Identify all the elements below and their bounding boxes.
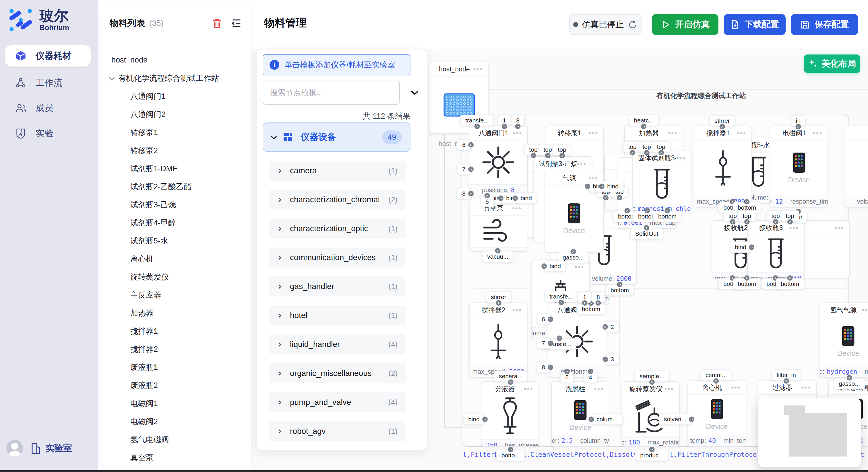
port-chip-6[interactable]: 6> (536, 313, 550, 325)
node-menu-icon[interactable]: ••• (801, 386, 811, 389)
tree-item[interactable]: 电磁阀2 (100, 412, 251, 430)
port-handle-icon[interactable]: > (570, 249, 576, 255)
collapse-list-icon[interactable] (230, 17, 243, 29)
search-input[interactable] (262, 80, 400, 105)
port-chip-8[interactable]: 8> (536, 362, 550, 373)
template-group-communication_devices[interactable]: communication_devices(1) (269, 247, 406, 268)
port-handle-icon[interactable]: > (629, 150, 635, 156)
port-handle-icon[interactable]: > (795, 124, 801, 129)
port-handle-icon[interactable]: > (582, 300, 588, 306)
node-menu-icon[interactable]: ••• (834, 226, 844, 229)
node-solenoid-2[interactable]: •••voltage:12 (844, 126, 868, 208)
port-handle-icon[interactable]: > (744, 275, 749, 281)
port-chip-stirrer[interactable]: stirrer> (486, 291, 512, 303)
port-handle-icon[interactable]: > (588, 417, 594, 422)
save-config-button[interactable]: 保存配置 (791, 14, 858, 35)
template-group-hotel[interactable]: hotel(1) (269, 305, 406, 326)
template-group-robot_agv[interactable]: robot_agv(1) (269, 421, 406, 441)
port-handle-icon[interactable]: > (644, 150, 649, 156)
port-handle-icon[interactable]: > (468, 191, 474, 196)
port-chip-bottom[interactable]: bottom> (577, 303, 606, 315)
port-handle-icon[interactable]: > (744, 199, 749, 204)
port-handle-icon[interactable]: > (602, 324, 608, 330)
tree-item[interactable]: 加热器 (100, 304, 251, 322)
port-handle-icon[interactable]: > (846, 375, 852, 380)
port-handle-icon[interactable]: > (498, 196, 503, 201)
port-handle-icon[interactable]: > (649, 379, 654, 385)
tree-item[interactable]: 废液瓶2 (100, 376, 251, 394)
port-handle-icon[interactable]: > (689, 417, 694, 422)
node-menu-icon[interactable]: ••• (513, 308, 522, 311)
port-chip-transfe[interactable]: transfe...> (460, 115, 494, 126)
port-chip-sample[interactable]: sample...> (634, 370, 669, 382)
node-menu-icon[interactable]: ••• (524, 387, 533, 390)
port-chip-8[interactable]: 8> (591, 291, 605, 303)
sidebar-item-instruments[interactable]: 仪器耗材 (5, 45, 91, 67)
port-handle-icon[interactable]: > (530, 153, 536, 158)
port-chip-stirrer[interactable]: stirrer> (709, 115, 735, 127)
port-chip-bottom[interactable]: bottom> (653, 211, 682, 222)
tree-item[interactable]: 旋转蒸发仪 (100, 268, 251, 286)
template-group-camera[interactable]: camera(1) (269, 161, 406, 181)
port-chip-bind[interactable]: bind> (515, 193, 537, 204)
port-chip-top[interactable]: top> (737, 210, 756, 222)
port-chip-filter_in[interactable]: filter_in> (771, 369, 801, 381)
node-menu-icon[interactable]: ••• (668, 132, 677, 134)
collapse-templates-icon[interactable] (410, 88, 420, 98)
port-handle-icon[interactable]: > (474, 124, 479, 129)
port-chip-bind[interactable]: bind> (602, 181, 624, 192)
tree-item[interactable]: 氢气电磁阀 (100, 430, 251, 448)
node-hydrogen-source[interactable]: 氢气气源•••Device_type:hydrogenmax_pre (819, 303, 868, 378)
simulation-status-pill[interactable]: 仿真已停止 (569, 14, 642, 35)
port-chip-bottom[interactable]: bottom> (776, 278, 804, 290)
port-handle-icon[interactable]: > (548, 316, 553, 322)
port-handle-icon[interactable]: > (749, 245, 754, 250)
port-handle-icon[interactable]: > (496, 300, 501, 306)
node-menu-icon[interactable]: ••• (676, 157, 686, 160)
node-menu-icon[interactable]: ••• (512, 207, 522, 210)
tree-item[interactable]: 电磁阀1 (100, 394, 251, 412)
tree-item[interactable]: 试剂瓶2-乙酸乙酯 (100, 177, 251, 196)
port-chip-gasso[interactable]: gasso...> (834, 378, 865, 390)
port-chip-separa[interactable]: separa...> (494, 370, 528, 382)
node-receive-bottle-3[interactable]: 接收瓶3•••max_volume:250 (747, 220, 805, 279)
tree-item-group[interactable]: 有机化学流程综合测试工作站 (100, 69, 251, 87)
port-handle-icon[interactable]: > (548, 341, 553, 346)
node-valve8-1[interactable]: 八通阀门1•••positions:8 (469, 126, 528, 196)
port-handle-icon[interactable]: > (664, 208, 670, 213)
sidebar-item-experiment[interactable]: 实验 (5, 123, 91, 144)
port-chip-colum[interactable]: colum...> (591, 413, 623, 425)
lab-link[interactable]: 实验室 (31, 442, 72, 454)
port-handle-icon[interactable]: > (617, 195, 622, 200)
tree-item[interactable]: 搅拌器1 (100, 322, 251, 340)
port-chip-bottom[interactable]: bottom> (606, 284, 634, 296)
port-handle-icon[interactable]: > (485, 193, 490, 198)
sidebar-item-workflow[interactable]: 工作流 (5, 72, 91, 94)
node-centrifuge[interactable]: 离心机•••Devicemax_temp:40min_temp:4 (687, 380, 746, 447)
node-menu-icon[interactable]: ••• (588, 177, 598, 179)
node-menu-icon[interactable]: ••• (664, 387, 674, 390)
avatar[interactable] (6, 440, 23, 457)
port-handle-icon[interactable]: > (658, 150, 663, 156)
port-handle-icon[interactable]: > (558, 300, 564, 305)
template-group-organic_miscellaneous[interactable]: organic_miscellaneous(2) (269, 363, 406, 383)
template-group-characterization_optic[interactable]: characterization_optic(1) (269, 218, 406, 239)
template-group-characterization_chromatic[interactable]: characterization_chromatic(2) (269, 190, 406, 210)
port-handle-icon[interactable]: > (644, 225, 649, 231)
port-chip-8[interactable]: 8> (511, 115, 525, 126)
port-handle-icon[interactable]: > (719, 124, 725, 129)
port-handle-icon[interactable]: > (502, 124, 507, 129)
node-menu-icon[interactable]: ••• (575, 266, 584, 268)
port-handle-icon[interactable]: > (744, 219, 749, 225)
port-chip-top[interactable]: top> (652, 141, 670, 153)
port-handle-icon[interactable]: > (468, 167, 474, 172)
port-chip-produc[interactable]: produc...> (635, 450, 669, 461)
port-chip-centrif[interactable]: centrif...> (701, 369, 732, 381)
port-chip-bind[interactable]: bind> (730, 241, 751, 253)
template-group-pump_and_valve[interactable]: pump_and_valve(4) (269, 392, 406, 412)
port-handle-icon[interactable]: > (773, 219, 778, 225)
port-chip-5[interactable]: 5> (480, 196, 494, 207)
port-chip-3[interactable]: 3> (606, 353, 619, 365)
node-receive-bottle-1[interactable]: ••• (799, 220, 849, 279)
tree-item[interactable]: 主反应器 (100, 286, 251, 304)
